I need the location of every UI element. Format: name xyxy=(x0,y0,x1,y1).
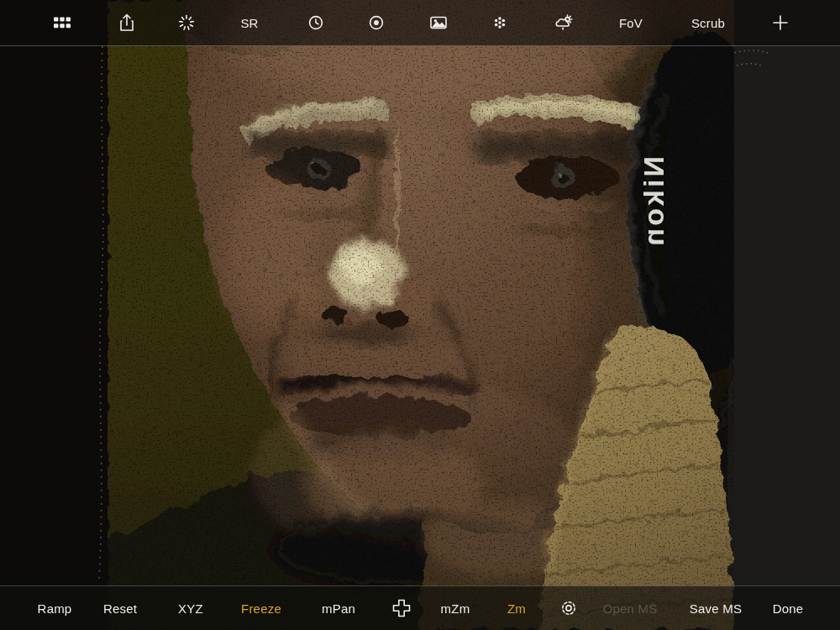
processing-spinner-icon xyxy=(177,13,196,32)
ambient-light-button[interactable] xyxy=(553,13,575,33)
done-button[interactable]: Done xyxy=(773,601,804,616)
freeze-label: Freeze xyxy=(241,601,281,616)
settings-gear-icon xyxy=(559,598,579,618)
sr-mode-button[interactable]: SR xyxy=(240,16,258,30)
scrub-button[interactable]: Scrub xyxy=(691,16,725,30)
point-cluster-button[interactable] xyxy=(491,13,509,32)
timer-circle-icon xyxy=(307,13,325,32)
timer-button[interactable] xyxy=(307,13,325,32)
add-button[interactable] xyxy=(772,14,789,31)
zm-button[interactable]: Zm xyxy=(507,601,526,616)
mzm-button[interactable]: mZm xyxy=(441,601,470,616)
open-ms-button[interactable]: Open MS xyxy=(603,601,658,616)
zm-label: Zm xyxy=(507,601,526,616)
processing-button[interactable] xyxy=(177,13,196,32)
xyz-label: XYZ xyxy=(178,601,203,616)
point-cloud-canvas[interactable]: Nikon xyxy=(0,0,840,630)
top-toolbar: SR xyxy=(0,0,840,46)
xyz-button[interactable]: XYZ xyxy=(178,601,203,616)
scrub-label: Scrub xyxy=(691,16,725,30)
fov-button[interactable]: FoV xyxy=(619,16,643,30)
share-icon xyxy=(118,13,135,33)
ramp-label: Ramp xyxy=(38,601,72,616)
photo-icon xyxy=(428,14,449,31)
point-cluster-icon xyxy=(491,13,509,32)
save-ms-button[interactable]: Save MS xyxy=(690,601,742,616)
move-button[interactable] xyxy=(391,598,412,618)
share-button[interactable] xyxy=(118,13,135,33)
grid-icon xyxy=(53,15,71,30)
right-backdrop xyxy=(727,0,840,630)
app-window: Nikon xyxy=(0,0,840,630)
freeze-button[interactable]: Freeze xyxy=(241,601,281,616)
record-circle-icon xyxy=(367,13,386,32)
reset-label: Reset xyxy=(103,601,137,616)
photo-button[interactable] xyxy=(428,14,449,31)
ramp-button[interactable]: Ramp xyxy=(38,601,72,616)
left-letterbox xyxy=(0,0,108,630)
record-point-button[interactable] xyxy=(367,13,386,32)
mpan-button[interactable]: mPan xyxy=(322,601,355,616)
move-cross-icon xyxy=(391,598,412,618)
save-ms-label: Save MS xyxy=(690,601,742,616)
strap-brand-text: Nikon xyxy=(638,156,669,248)
settings-button[interactable] xyxy=(559,598,579,618)
grid-view-button[interactable] xyxy=(53,15,71,30)
fov-label: FoV xyxy=(619,16,643,30)
reset-button[interactable]: Reset xyxy=(103,601,137,616)
mzm-label: mZm xyxy=(441,601,470,616)
open-ms-label: Open MS xyxy=(603,601,658,616)
bottom-toolbar: Ramp Reset XYZ Freeze mPan mZm Zm xyxy=(0,585,840,630)
noise-light-speckle xyxy=(108,0,734,630)
ambient-light-icon xyxy=(553,13,575,33)
done-label: Done xyxy=(773,601,804,616)
sr-mode-label: SR xyxy=(240,16,258,30)
mpan-label: mPan xyxy=(322,601,355,616)
scan-region xyxy=(108,0,776,630)
plus-icon xyxy=(772,14,789,31)
